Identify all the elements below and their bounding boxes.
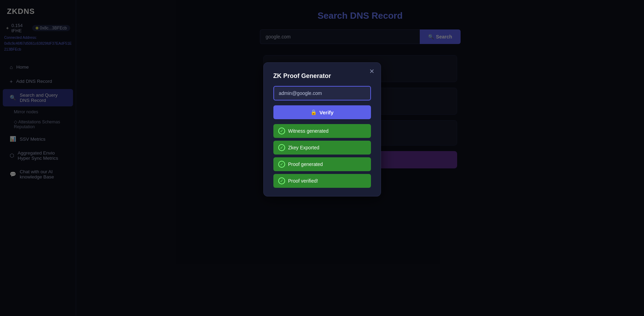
proof-check-icon: ✓ bbox=[278, 161, 285, 168]
modal-step-proof: ✓ Proof generated bbox=[273, 157, 371, 171]
proof-label: Proof generated bbox=[288, 161, 323, 167]
modal-step-witness: ✓ Witness generated bbox=[273, 124, 371, 138]
witness-label: Witness generated bbox=[288, 128, 329, 134]
modal-step-verified: ✓ Proof verified! bbox=[273, 174, 371, 188]
modal-title: ZK Proof Generator bbox=[273, 72, 371, 80]
modal-verify-label: Verify bbox=[319, 109, 334, 115]
witness-check-icon: ✓ bbox=[278, 128, 285, 134]
zkey-label: Zkey Exported bbox=[288, 145, 319, 150]
modal-overlay: ZK Proof Generator ✕ 🔒 Verify ✓ Witness … bbox=[0, 0, 644, 316]
modal-step-zkey: ✓ Zkey Exported bbox=[273, 141, 371, 155]
proof-verified-label: Proof verified! bbox=[288, 178, 318, 184]
modal-close-button[interactable]: ✕ bbox=[369, 68, 374, 74]
modal-verify-button[interactable]: 🔒 Verify bbox=[273, 105, 371, 119]
verified-check-icon: ✓ bbox=[278, 177, 285, 184]
modal-email-input[interactable] bbox=[273, 86, 371, 100]
zkey-check-icon: ✓ bbox=[278, 144, 285, 151]
verify-lock-icon: 🔒 bbox=[310, 109, 317, 115]
zk-proof-modal: ZK Proof Generator ✕ 🔒 Verify ✓ Witness … bbox=[263, 62, 381, 196]
